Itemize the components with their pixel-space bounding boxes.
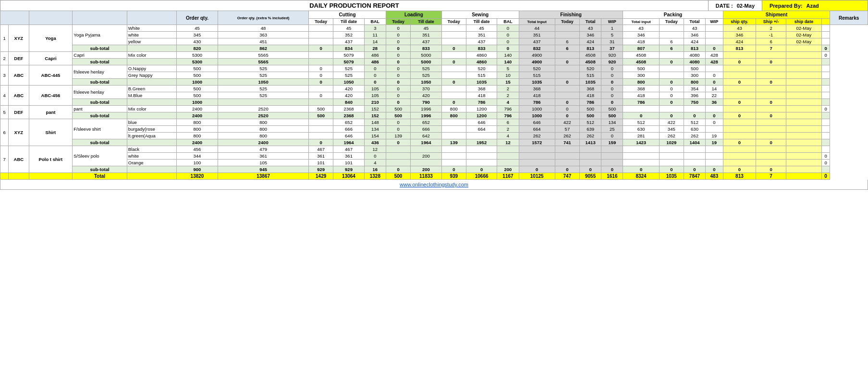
order-extra-cell: 800 xyxy=(218,133,309,139)
data-row: 3ABCABC-445f/sleeve henlayO.Nappy5005250… xyxy=(0,65,868,72)
cut-till-cell: 5079 xyxy=(333,59,364,65)
order-qty-cell: 800 xyxy=(176,126,218,133)
total-fin-today: 747 xyxy=(555,173,579,180)
pack-wip-cell: 0 xyxy=(706,119,723,126)
load-today-cell xyxy=(386,160,410,166)
pack-input-cell xyxy=(623,160,659,166)
website-link[interactable]: www.onlineclothingstudy.com xyxy=(400,182,468,187)
ship-plus-cell xyxy=(756,160,786,166)
total-row: Total13820138671429130641328500118339391… xyxy=(0,173,868,180)
sew-bal-cell: 0 xyxy=(497,25,519,32)
total-fin-total: 9055 xyxy=(580,173,601,180)
color-cell: Black xyxy=(127,146,176,153)
sew-today-cell xyxy=(441,119,466,126)
section-header-row: Order qty. Order qty. (extra % included)… xyxy=(0,11,868,19)
date-section: DATE : 02-May xyxy=(708,0,762,11)
cut-till-cell: 45 xyxy=(333,25,364,32)
pack-today-cell xyxy=(659,52,684,59)
pack-today-cell: 262 xyxy=(659,133,684,139)
load-till-header: Till date xyxy=(411,19,441,25)
cut-bal-cell: 14 xyxy=(364,38,386,45)
fin-total-cell: 520 xyxy=(580,65,601,72)
fin-wip-cell: 0 xyxy=(601,72,623,79)
remarks-cell xyxy=(821,79,830,86)
ship-date-cell xyxy=(786,119,821,126)
order-qty-header: Order qty. xyxy=(176,11,218,25)
remarks-cell xyxy=(821,38,830,45)
fin-today-cell xyxy=(555,153,579,160)
total-sew-till: 10666 xyxy=(466,173,497,180)
sew-till-cell: 833 xyxy=(466,45,497,52)
remarks-cell xyxy=(821,133,830,139)
sew-bal-cell: 6 xyxy=(497,119,519,126)
cut-till-cell: 437 xyxy=(333,38,364,45)
style-cell: Polo t shirt xyxy=(29,146,73,173)
pack-today-cell xyxy=(659,65,684,72)
pack-input-cell: 807 xyxy=(623,45,659,52)
ship-date-cell: 02-May xyxy=(786,32,821,38)
order-extra-cell: 525 xyxy=(218,72,309,79)
cut-today-cell xyxy=(309,59,333,65)
pack-wip-cell: 428 xyxy=(706,52,723,59)
sew-bal-cell xyxy=(497,153,519,160)
sew-till-cell: 1200 xyxy=(466,106,497,112)
cut-till-cell: 420 xyxy=(333,92,364,99)
fin-total-cell xyxy=(580,160,601,166)
order-extra-cell: 2520 xyxy=(218,112,309,119)
sew-till-cell: 646 xyxy=(466,119,497,126)
ship-plus-cell: 0 xyxy=(756,79,786,86)
cutting-header: Cutting xyxy=(309,11,386,19)
color-cell xyxy=(127,166,176,173)
sew-bal-cell: 4 xyxy=(497,133,519,139)
cut-bal-cell: 28 xyxy=(364,45,386,52)
order-extra-cell: 1050 xyxy=(218,79,309,86)
fin-total-cell: 424 xyxy=(580,38,601,45)
cut-bal-cell: 152 xyxy=(364,112,386,119)
fin-wip-cell: 0 xyxy=(601,65,623,72)
sewing-header: Sewing xyxy=(441,11,519,19)
fin-input-cell: 4900 xyxy=(519,59,555,65)
data-row: yellow4304514371404374370437642431418642… xyxy=(0,38,868,45)
color-cell xyxy=(127,99,176,106)
remarks-header: Remarks xyxy=(830,11,868,25)
sew-bal-cell: 10 xyxy=(497,72,519,79)
sew-till-cell: 418 xyxy=(466,92,497,99)
load-today-cell: 0 xyxy=(386,38,410,45)
pack-total-cell: 800 xyxy=(684,79,705,86)
prepared-section: Prepared By: Azad xyxy=(762,0,868,11)
pack-wip-cell: 14 xyxy=(706,86,723,92)
sew-today-cell xyxy=(441,25,466,32)
fin-input-cell: 520 xyxy=(519,65,555,72)
pack-total-cell: 813 xyxy=(684,45,705,52)
order-extra-cell: 361 xyxy=(218,153,309,160)
ship-qty-cell xyxy=(723,126,756,133)
cut-bal-cell: 3 xyxy=(364,25,386,32)
ship-plus-cell: 0 xyxy=(756,166,786,173)
fin-input-cell xyxy=(519,160,555,166)
desc-cell: Capri xyxy=(73,52,127,59)
cut-till-cell: 467 xyxy=(333,146,364,153)
fin-today-cell xyxy=(555,86,579,92)
remarks-cell xyxy=(821,32,830,38)
sew-till-cell: 0 xyxy=(466,166,497,173)
pack-total-cell: 0 xyxy=(684,166,705,173)
cut-till-cell: 666 xyxy=(333,126,364,133)
fin-today-cell: 0 xyxy=(555,59,579,65)
ship-plus-cell xyxy=(756,92,786,99)
desc-cell: f/sleeve henlay xyxy=(73,86,127,99)
ship-qty-cell xyxy=(723,160,756,166)
data-row: white34436136136102000 xyxy=(0,153,868,160)
cut-bal-cell: 16 xyxy=(364,166,386,173)
ship-date-cell xyxy=(786,153,821,160)
order-qty-cell: 500 xyxy=(176,65,218,72)
desc-cell: sub-total xyxy=(73,45,127,52)
fin-wip-cell: 0 xyxy=(601,133,623,139)
sew-bal-cell: 140 xyxy=(497,52,519,59)
load-till-cell: 420 xyxy=(411,92,441,99)
total-empty3 xyxy=(29,173,73,180)
report-container: DAILY PRODUCTION REPORT DATE : 02-May Pr… xyxy=(0,0,868,190)
cut-bal-cell: 12 xyxy=(364,146,386,153)
order-qty-cell: 344 xyxy=(176,153,218,160)
pack-today-cell: 0 xyxy=(659,92,684,99)
cut-today-cell: 0 xyxy=(309,139,333,146)
